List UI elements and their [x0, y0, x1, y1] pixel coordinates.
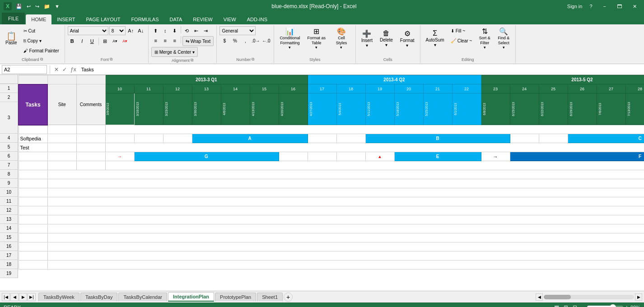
sheet-tab-tasksByDay[interactable]: TasksByDay — [80, 293, 118, 301]
open-button[interactable]: 📁 — [42, 4, 51, 9]
grid-scroll-area[interactable]: 2013-3 Q1 2013-4 Q2 2013-5 Q2 2013-6 Q2 … — [18, 75, 644, 291]
alignment-expand-icon[interactable]: ⧉ — [191, 58, 193, 63]
row-header-5[interactable]: 5 — [0, 143, 18, 152]
formula-input[interactable] — [79, 67, 642, 72]
row-header-18[interactable]: 18 — [0, 260, 18, 269]
date-cell-7-13[interactable]: 7/13/2013 — [625, 93, 644, 125]
row-header-3[interactable]: 3 — [0, 102, 18, 134]
tab-formulas[interactable]: FORMULAS — [126, 14, 164, 24]
decrease-font-button[interactable]: A↓ — [136, 26, 145, 35]
cell-b5[interactable] — [47, 134, 76, 143]
align-left-button[interactable]: ≡ — [151, 36, 160, 45]
align-middle-button[interactable]: ↕ — [161, 26, 170, 35]
date-cell-6-22[interactable]: 6/22/2013 — [539, 93, 568, 125]
date-cell-3-30[interactable]: 3/30/2013 — [192, 93, 221, 125]
increase-font-button[interactable]: A↑ — [126, 26, 135, 35]
cell-f5[interactable] — [163, 134, 192, 143]
cell-c6[interactable] — [76, 143, 105, 152]
copy-button[interactable]: ⎘ Copy ▾ — [21, 36, 62, 45]
border-button[interactable]: ⊞ — [101, 37, 110, 46]
date-cell-3-9[interactable]: 3/9/2013 — [105, 93, 134, 125]
sheet-tab-integrationPlan[interactable]: IntegrationPlan — [168, 292, 214, 302]
cell-task-a[interactable]: A — [192, 134, 308, 143]
cell-rest-r15[interactable] — [47, 224, 644, 233]
cell-gap2-r5[interactable] — [336, 134, 365, 143]
tab-view[interactable]: VIEW — [218, 14, 242, 24]
zoom-out-button[interactable]: − — [582, 304, 585, 307]
date-cell-4-6[interactable]: 4/6/2013 — [221, 93, 250, 125]
cell-rest-r16[interactable] — [47, 233, 644, 242]
status-view-layout[interactable]: ⊞ — [564, 304, 568, 307]
cell-q2-2013-4[interactable]: 2013-4 Q2 — [308, 75, 481, 84]
date-cell-5-25[interactable]: 5/25/2013 — [423, 93, 452, 125]
tab-data[interactable]: DATA — [164, 14, 188, 24]
fill-color-button[interactable]: A▾ — [111, 37, 120, 46]
text-orient-button[interactable]: ⟲ — [182, 26, 191, 35]
status-view-page[interactable]: ⊟ — [573, 304, 577, 307]
row-header-2[interactable]: 2 — [0, 93, 18, 102]
cell-gap1-r5[interactable] — [308, 134, 336, 143]
confirm-formula-button[interactable]: ✓ — [61, 66, 68, 73]
date-cell-3-16[interactable]: 3/16/2013 — [134, 93, 163, 125]
insert-button[interactable]: ➕ Insert ▾ — [359, 26, 375, 51]
tab-home[interactable]: HOME — [26, 14, 51, 24]
align-top-button[interactable]: ⬆ — [151, 26, 160, 35]
cell-rest-r12[interactable] — [47, 197, 644, 206]
align-bottom-button[interactable]: ⬇ — [170, 26, 179, 35]
cell-wk11[interactable]: 11 — [134, 84, 163, 93]
format-painter-button[interactable]: 🖌 Format Painter — [21, 46, 62, 55]
percent-button[interactable]: % — [230, 36, 240, 45]
cell-a17[interactable] — [19, 242, 47, 251]
insert-function-button[interactable]: ƒx — [69, 66, 78, 73]
tab-file[interactable]: FILE — [2, 13, 25, 24]
sheet-tab-prototypePlan[interactable]: PrototypePlan — [215, 293, 256, 301]
delete-button[interactable]: 🗑 Delete ▾ — [377, 26, 396, 51]
merge-center-button[interactable]: ⊞ Merge & Center ▾ — [151, 47, 198, 57]
number-format-select[interactable]: General — [219, 26, 256, 35]
cell-b8[interactable] — [47, 161, 76, 170]
row-header-13[interactable]: 13 — [0, 215, 18, 224]
cell-task-f[interactable]: F — [510, 152, 644, 161]
sheet-nav-prev[interactable]: ◀ — [10, 293, 19, 301]
row-header-10[interactable]: 10 — [0, 188, 18, 197]
sign-in-button[interactable]: Sign in — [567, 3, 583, 10]
align-right-button[interactable]: ≡ — [170, 36, 179, 45]
cell-a13[interactable] — [19, 206, 47, 215]
date-cell-6-8[interactable]: 6/8/2013 — [481, 93, 510, 125]
fill-button[interactable]: ⬇ Fill ~ — [448, 26, 475, 35]
cell-wk26[interactable]: 26 — [568, 84, 597, 93]
close-button[interactable]: ✕ — [629, 3, 640, 10]
save-button[interactable]: 💾 — [14, 4, 23, 9]
cell-gap4-r5[interactable] — [539, 134, 568, 143]
increase-decimal-button[interactable]: .0→ — [251, 36, 261, 45]
cell-wk27[interactable]: 27 — [597, 84, 625, 93]
cell-a18[interactable] — [19, 251, 47, 260]
underline-button[interactable]: U — [88, 37, 97, 46]
cell-b4[interactable] — [47, 125, 76, 134]
row-header-11[interactable]: 11 — [0, 197, 18, 206]
autosum-button[interactable]: Σ AutoSum ▾ — [423, 26, 447, 51]
cell-wk28[interactable]: 28 — [625, 84, 644, 93]
sheet-nav-last[interactable]: ▶| — [28, 293, 36, 301]
cell-a12[interactable] — [19, 197, 47, 206]
cell-tasks-label[interactable]: Tasks — [19, 84, 47, 125]
cell-rest-r4[interactable] — [105, 125, 644, 134]
row-header-8[interactable]: 8 — [0, 170, 18, 179]
cell-q1-2013-3[interactable]: 2013-3 Q1 — [105, 75, 308, 84]
row-header-16[interactable]: 16 — [0, 242, 18, 251]
cell-a6-test[interactable]: Test — [19, 143, 47, 152]
tab-addins[interactable]: ADD-INS — [242, 14, 273, 24]
cell-wk17[interactable]: 17 — [308, 84, 336, 93]
cell-a4[interactable] — [19, 125, 47, 134]
cell-arrow-ef[interactable]: → — [481, 152, 510, 161]
cell-a16[interactable] — [19, 233, 47, 242]
cell-comments-label[interactable]: Comments — [76, 84, 105, 125]
cell-rest-r8-1[interactable] — [105, 161, 644, 170]
cell-wk22[interactable]: 22 — [452, 84, 481, 93]
cell-wk18[interactable]: 18 — [336, 84, 365, 93]
date-cell-5-4[interactable]: 5/4/2013 — [336, 93, 365, 125]
quick-access-dropdown[interactable]: ▼ — [53, 4, 61, 9]
zoom-in-button[interactable]: + — [625, 304, 629, 307]
row-header-6[interactable]: 6 — [0, 152, 18, 161]
cell-a7[interactable] — [19, 152, 47, 161]
